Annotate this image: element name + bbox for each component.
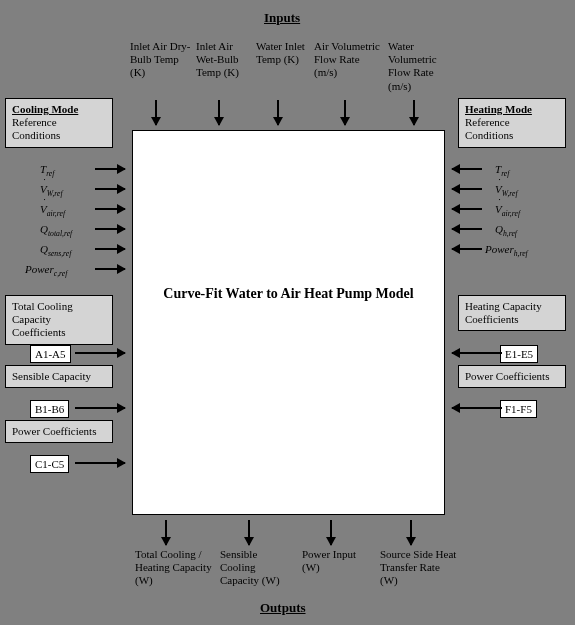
a-range: A1-A5 — [30, 345, 71, 363]
heat-ref-3: Qh,ref — [495, 223, 517, 238]
arrow-down-icon — [410, 520, 412, 545]
arrow-down-icon — [330, 520, 332, 545]
outputs-title: Outputs — [260, 600, 306, 616]
tcc-box: Total Cooling Capacity Coefficients — [5, 295, 113, 345]
heat-ref-2: ˙Vair,ref — [495, 203, 520, 218]
arrow-left-icon — [452, 188, 482, 190]
arrow-left-icon — [452, 208, 482, 210]
arrow-down-icon — [277, 100, 279, 125]
cool-ref-2: ˙Vair,ref — [40, 203, 65, 218]
arrow-left-icon — [452, 407, 502, 409]
arrow-right-icon — [95, 208, 125, 210]
heating-mode-box: Heating Mode Reference Conditions — [458, 98, 566, 148]
e-range: E1-E5 — [500, 345, 538, 363]
arrow-left-icon — [452, 168, 482, 170]
arrow-right-icon — [75, 407, 125, 409]
arrow-down-icon — [344, 100, 346, 125]
arrow-down-icon — [413, 100, 415, 125]
heat-ref-4: Powerh,ref — [485, 243, 528, 258]
cool-ref-4: Qsens,ref — [40, 243, 71, 258]
cool-ref-5: Powerc,ref — [25, 263, 67, 278]
pc-heat-box: Power Coefficients — [458, 365, 566, 388]
top-input-1: Inlet Air Wet-Bulb Temp (K) — [196, 40, 254, 80]
arrow-down-icon — [155, 100, 157, 125]
arrow-right-icon — [95, 188, 125, 190]
arrow-right-icon — [95, 168, 125, 170]
f-range: F1-F5 — [500, 400, 537, 418]
cooling-mode-sub: Reference Conditions — [12, 116, 60, 141]
cooling-mode-heading: Cooling Mode — [12, 103, 78, 115]
output-1: Sensible Cooling Capacity (W) — [220, 548, 295, 588]
output-2: Power Input (W) — [302, 548, 374, 574]
pc-cool-box: Power Coefficients — [5, 420, 113, 443]
sc-box: Sensible Capacity — [5, 365, 113, 388]
model-box: Curve-Fit Water to Air Heat Pump Model — [132, 130, 445, 515]
arrow-left-icon — [452, 352, 502, 354]
top-input-0: Inlet Air Dry-Bulb Temp (K) — [130, 40, 193, 80]
output-3: Source Side Heat Transfer Rate (W) — [380, 548, 458, 588]
hcc-box: Heating Capacity Coefficients — [458, 295, 566, 331]
arrow-right-icon — [95, 268, 125, 270]
heating-mode-heading: Heating Mode — [465, 103, 532, 115]
arrow-right-icon — [95, 248, 125, 250]
top-input-3: Air Volumetric Flow Rate (m/s) — [314, 40, 380, 80]
c-range: C1-C5 — [30, 455, 69, 473]
cooling-mode-box: Cooling Mode Reference Conditions — [5, 98, 113, 148]
model-title: Curve-Fit Water to Air Heat Pump Model — [133, 286, 444, 302]
cool-ref-3: Qtotal,ref — [40, 223, 72, 238]
inputs-title: Inputs — [264, 10, 300, 26]
arrow-left-icon — [452, 228, 482, 230]
top-input-4: Water Volumetric Flow Rate (m/s) — [388, 40, 456, 93]
top-input-2: Water Inlet Temp (K) — [256, 40, 306, 66]
heating-mode-sub: Reference Conditions — [465, 116, 513, 141]
arrow-down-icon — [165, 520, 167, 545]
arrow-down-icon — [248, 520, 250, 545]
arrow-right-icon — [75, 462, 125, 464]
b-range: B1-B6 — [30, 400, 69, 418]
output-0: Total Cooling / Heating Capacity (W) — [135, 548, 215, 588]
arrow-right-icon — [75, 352, 125, 354]
arrow-left-icon — [452, 248, 482, 250]
arrow-right-icon — [95, 228, 125, 230]
arrow-down-icon — [218, 100, 220, 125]
